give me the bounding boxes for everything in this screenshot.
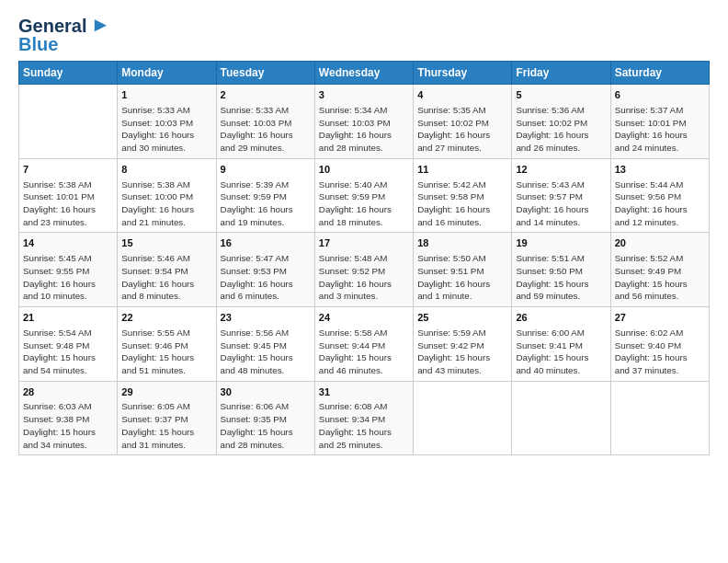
header: General ► Blue: [18, 15, 710, 53]
day-number: 25: [417, 311, 507, 325]
cell-content: Sunrise: 5:50 AMSunset: 9:51 PMDaylight:…: [417, 252, 507, 303]
day-number: 30: [221, 385, 311, 399]
cell-content: Sunrise: 6:00 AMSunset: 9:41 PMDaylight:…: [516, 327, 606, 377]
day-header-tuesday: Tuesday: [216, 62, 314, 85]
calendar-cell: 31Sunrise: 6:08 AMSunset: 9:34 PMDayligh…: [314, 381, 413, 455]
cell-content: Sunrise: 5:46 AMSunset: 9:54 PMDaylight:…: [121, 252, 211, 303]
cell-content: Sunrise: 5:33 AMSunset: 10:03 PMDaylight…: [121, 104, 211, 155]
calendar-cell: 6Sunrise: 5:37 AMSunset: 10:01 PMDayligh…: [610, 85, 709, 159]
cell-content: Sunrise: 5:48 AMSunset: 9:52 PMDaylight:…: [319, 252, 409, 303]
page: General ► Blue SundayMondayTuesdayWednes…: [0, 0, 728, 563]
day-number: 20: [615, 236, 705, 250]
day-header-sunday: Sunday: [19, 62, 118, 85]
cell-content: Sunrise: 5:42 AMSunset: 9:58 PMDaylight:…: [417, 178, 507, 229]
calendar-cell: 21Sunrise: 5:54 AMSunset: 9:48 PMDayligh…: [19, 306, 118, 381]
cell-content: Sunrise: 5:37 AMSunset: 10:01 PMDaylight…: [615, 104, 705, 155]
cell-content: Sunrise: 5:45 AMSunset: 9:55 PMDaylight:…: [23, 252, 113, 303]
calendar-cell: 11Sunrise: 5:42 AMSunset: 9:58 PMDayligh…: [414, 158, 512, 233]
calendar-cell: 28Sunrise: 6:03 AMSunset: 9:38 PMDayligh…: [19, 381, 118, 455]
calendar-cell: 29Sunrise: 6:05 AMSunset: 9:37 PMDayligh…: [118, 381, 216, 455]
calendar-cell: 7Sunrise: 5:38 AMSunset: 10:01 PMDayligh…: [19, 158, 118, 233]
cell-content: Sunrise: 5:38 AMSunset: 10:00 PMDaylight…: [121, 178, 211, 229]
day-header-thursday: Thursday: [414, 62, 512, 85]
week-row-2: 7Sunrise: 5:38 AMSunset: 10:01 PMDayligh…: [19, 158, 710, 233]
calendar-cell: 16Sunrise: 5:47 AMSunset: 9:53 PMDayligh…: [216, 233, 314, 307]
cell-content: Sunrise: 5:40 AMSunset: 9:59 PMDaylight:…: [319, 178, 409, 229]
calendar-cell: 8Sunrise: 5:38 AMSunset: 10:00 PMDayligh…: [118, 158, 216, 233]
cell-content: Sunrise: 5:34 AMSunset: 10:03 PMDaylight…: [319, 104, 409, 155]
day-header-friday: Friday: [512, 62, 610, 85]
day-number: 29: [121, 385, 211, 399]
calendar-cell: 1Sunrise: 5:33 AMSunset: 10:03 PMDayligh…: [118, 85, 216, 159]
week-row-3: 14Sunrise: 5:45 AMSunset: 9:55 PMDayligh…: [19, 233, 710, 307]
day-number: 6: [615, 88, 705, 102]
day-number: 16: [221, 236, 311, 250]
cell-content: Sunrise: 5:35 AMSunset: 10:02 PMDaylight…: [417, 104, 507, 155]
day-number: 31: [319, 385, 409, 399]
cell-content: Sunrise: 5:44 AMSunset: 9:56 PMDaylight:…: [615, 178, 705, 229]
calendar-cell: 15Sunrise: 5:46 AMSunset: 9:54 PMDayligh…: [118, 233, 216, 307]
calendar-cell: 2Sunrise: 5:33 AMSunset: 10:03 PMDayligh…: [216, 85, 314, 159]
calendar-cell: 13Sunrise: 5:44 AMSunset: 9:56 PMDayligh…: [610, 158, 709, 233]
cell-content: Sunrise: 6:03 AMSunset: 9:38 PMDaylight:…: [23, 400, 113, 451]
day-number: 7: [23, 163, 113, 177]
day-number: 1: [121, 88, 211, 102]
calendar-cell: 23Sunrise: 5:56 AMSunset: 9:45 PMDayligh…: [216, 306, 314, 381]
cell-content: Sunrise: 6:02 AMSunset: 9:40 PMDaylight:…: [615, 327, 705, 377]
week-row-4: 21Sunrise: 5:54 AMSunset: 9:48 PMDayligh…: [19, 306, 710, 381]
cell-content: Sunrise: 5:43 AMSunset: 9:57 PMDaylight:…: [516, 178, 606, 229]
calendar-cell: 30Sunrise: 6:06 AMSunset: 9:35 PMDayligh…: [216, 381, 314, 455]
day-number: 18: [417, 236, 507, 250]
day-number: 12: [516, 163, 606, 177]
logo-general: General: [18, 16, 86, 36]
calendar-table: SundayMondayTuesdayWednesdayThursdayFrid…: [18, 61, 710, 455]
day-number: 4: [417, 88, 507, 102]
cell-content: Sunrise: 5:47 AMSunset: 9:53 PMDaylight:…: [221, 252, 311, 303]
day-number: 14: [23, 236, 113, 250]
calendar-cell: 25Sunrise: 5:59 AMSunset: 9:42 PMDayligh…: [414, 306, 512, 381]
calendar-cell: 17Sunrise: 5:48 AMSunset: 9:52 PMDayligh…: [314, 233, 413, 307]
calendar-cell: [512, 381, 610, 455]
calendar-cell: [610, 381, 709, 455]
cell-content: Sunrise: 5:51 AMSunset: 9:50 PMDaylight:…: [516, 252, 606, 303]
calendar-header-row: SundayMondayTuesdayWednesdayThursdayFrid…: [19, 62, 710, 85]
day-number: 26: [516, 311, 606, 325]
day-number: 2: [221, 88, 311, 102]
day-number: 3: [319, 88, 409, 102]
logo: General ► Blue: [18, 15, 110, 53]
day-number: 24: [319, 311, 409, 325]
day-number: 21: [23, 311, 113, 325]
cell-content: Sunrise: 5:54 AMSunset: 9:48 PMDaylight:…: [23, 327, 113, 377]
calendar-cell: 9Sunrise: 5:39 AMSunset: 9:59 PMDaylight…: [216, 158, 314, 233]
cell-content: Sunrise: 5:59 AMSunset: 9:42 PMDaylight:…: [417, 327, 507, 377]
calendar-cell: 5Sunrise: 5:36 AMSunset: 10:02 PMDayligh…: [512, 85, 610, 159]
cell-content: Sunrise: 5:58 AMSunset: 9:44 PMDaylight:…: [319, 327, 409, 377]
cell-content: Sunrise: 6:05 AMSunset: 9:37 PMDaylight:…: [121, 400, 211, 451]
cell-content: Sunrise: 5:33 AMSunset: 10:03 PMDaylight…: [221, 104, 311, 155]
week-row-5: 28Sunrise: 6:03 AMSunset: 9:38 PMDayligh…: [19, 381, 710, 455]
logo-blue: Blue: [18, 35, 58, 53]
calendar-cell: 24Sunrise: 5:58 AMSunset: 9:44 PMDayligh…: [314, 306, 413, 381]
calendar-cell: 19Sunrise: 5:51 AMSunset: 9:50 PMDayligh…: [512, 233, 610, 307]
calendar-cell: 10Sunrise: 5:40 AMSunset: 9:59 PMDayligh…: [314, 158, 413, 233]
calendar-cell: 22Sunrise: 5:55 AMSunset: 9:46 PMDayligh…: [118, 306, 216, 381]
day-header-monday: Monday: [118, 62, 216, 85]
cell-content: Sunrise: 5:52 AMSunset: 9:49 PMDaylight:…: [615, 252, 705, 303]
day-number: 5: [516, 88, 606, 102]
cell-content: Sunrise: 6:08 AMSunset: 9:34 PMDaylight:…: [319, 400, 409, 451]
calendar-cell: 26Sunrise: 6:00 AMSunset: 9:41 PMDayligh…: [512, 306, 610, 381]
calendar-cell: 4Sunrise: 5:35 AMSunset: 10:02 PMDayligh…: [414, 85, 512, 159]
day-number: 22: [121, 311, 211, 325]
day-number: 8: [121, 163, 211, 177]
day-number: 9: [221, 163, 311, 177]
day-number: 28: [23, 385, 113, 399]
day-number: 17: [319, 236, 409, 250]
cell-content: Sunrise: 5:36 AMSunset: 10:02 PMDaylight…: [516, 104, 606, 155]
cell-content: Sunrise: 5:55 AMSunset: 9:46 PMDaylight:…: [121, 327, 211, 377]
day-number: 27: [615, 311, 705, 325]
calendar-cell: 12Sunrise: 5:43 AMSunset: 9:57 PMDayligh…: [512, 158, 610, 233]
day-number: 13: [615, 163, 705, 177]
day-number: 10: [319, 163, 409, 177]
day-number: 15: [121, 236, 211, 250]
logo-arrow-icon: ►: [90, 13, 110, 37]
